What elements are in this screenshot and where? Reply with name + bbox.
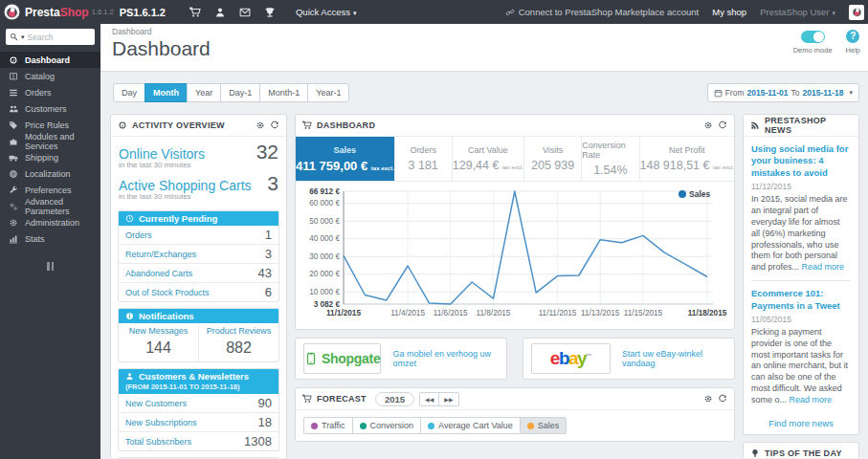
quick-access-menu[interactable]: Quick Access▾ [296,7,357,17]
sidebar-item-administration[interactable]: Administration [0,214,100,230]
kpi-net-profit[interactable]: Net Profit148 918,51 € tax excl. [640,137,734,181]
active-carts-link[interactable]: Active Shopping Carts [119,178,252,193]
user-avatar[interactable] [849,5,864,20]
envelope-icon[interactable] [233,0,257,24]
refresh-icon[interactable] [718,120,727,130]
calendar-icon [714,89,723,98]
notification-cell[interactable]: New Messages144 [119,323,198,361]
sales-chart[interactable]: 3 082 €10 000 €20 000 €30 000 €40 000 €5… [296,182,734,329]
pending-row[interactable]: Abandoned Carts43 [119,263,278,282]
svg-text:20 000 €: 20 000 € [309,270,340,278]
shopgate-phone-icon [304,352,318,365]
range-button-day-1[interactable]: Day-1 [220,83,260,102]
sidebar-item-localization[interactable]: Localization [0,165,100,182]
sidebar-item-orders[interactable]: Orders [0,84,100,100]
ebay-link[interactable]: Start uw eBay-winkel vandaag [622,349,726,368]
chevron-down-icon: ▾ [832,10,835,16]
kpi-conversion-rate[interactable]: Conversion Rate1.54% [582,137,639,181]
previous-year-button[interactable]: ◀◀ [419,392,439,406]
ebay-logo: ebay™ [550,348,591,369]
breadcrumb: Dashboard [112,27,858,36]
range-button-month[interactable]: Month [145,83,188,102]
chevron-down-icon[interactable]: ▾ [21,33,25,41]
pending-row[interactable]: Orders1 [119,226,278,244]
news-article-title[interactable]: Ecommerce 101: Payments in a Tweet [751,288,851,312]
find-more-news-link[interactable]: Find more news [744,410,858,434]
forecast-toggle-conversion[interactable]: Conversion [352,417,422,434]
ebay-banner[interactable]: ebay™ Start uw eBay-winkel vandaag [523,338,735,380]
sidebar-item-shipping[interactable]: Shipping [0,149,100,165]
range-button-year-1[interactable]: Year-1 [307,83,349,102]
shopgate-link[interactable]: Ga mobiel en verhoog uw omzet [392,349,499,368]
news-article-date: 11/05/2015 [751,315,851,324]
sidebar-item-advanced-parameters[interactable]: Advanced Parameters [0,198,100,214]
forecast-toggle-sales[interactable]: Sales [520,417,568,434]
customers-row[interactable]: Total Subscribers1308 [119,431,278,450]
range-button-month-1[interactable]: Month-1 [259,83,308,102]
news-panel-title: PRESTASHOP NEWS [765,116,852,135]
people-icon [9,104,18,114]
topbar: PrestaShop 1.6.1.2 PS1.6.1.2 Quick Acces… [0,0,868,24]
toggle-switch-icon[interactable] [801,31,825,43]
help-icon[interactable]: ? [846,30,859,43]
online-visitors-link[interactable]: Online Visitors [119,146,205,162]
gear-icon[interactable] [256,120,265,130]
sidebar-item-customers[interactable]: Customers [0,100,100,117]
shop-name: PS1.6.1.2 [120,7,166,18]
shopgate-banner[interactable]: Shopgate Ga mobiel en verhoog uw omzet [295,338,507,380]
range-button-day[interactable]: Day [113,83,145,102]
kpi-orders[interactable]: Orders3 181 [395,137,453,181]
chart-icon [9,234,18,244]
refresh-icon[interactable] [718,394,727,404]
page-title: Dashboard [112,37,858,60]
notification-cell[interactable]: Product Reviews882 [198,323,278,361]
gear-icon[interactable] [703,394,713,404]
sidebar-item-preferences[interactable]: Preferences [0,182,100,198]
sidebar-search[interactable]: ▾ [6,29,95,45]
sidebar-item-catalog[interactable]: Catalog [0,68,100,84]
pending-row[interactable]: Return/Exchanges3 [119,244,278,263]
read-more-link[interactable]: Read more [802,262,845,272]
user-menu[interactable]: PrestaShop User▾ [760,7,835,17]
sidebar-collapse-icon[interactable] [0,262,100,271]
next-year-button[interactable]: ▶▶ [438,392,458,406]
date-range-picker[interactable]: From2015-11-01 To2015-11-18 ▾ [707,83,859,102]
tag-icon [9,120,18,130]
sidebar-item-price-rules[interactable]: Price Rules [0,117,100,133]
globe-icon [9,169,18,179]
lightbulb-icon [750,448,760,458]
my-shop-link[interactable]: My shop [712,7,746,17]
forecast-toggle-average-cart-value[interactable]: Average Cart Value [420,417,521,434]
prestashop-logo-icon [4,4,20,20]
activity-panel-title: ACTIVITY OVERVIEW [132,120,225,130]
sidebar-item-stats[interactable]: Stats [0,230,100,247]
gear-icon[interactable] [703,120,713,130]
forecast-toggle-traffic[interactable]: Traffic [303,417,353,434]
read-more-link[interactable]: Read more [790,395,833,404]
kpi-visits[interactable]: Visits205 939 [524,137,582,181]
trophy-icon[interactable] [257,0,282,24]
dashboard-panel-title: DASHBOARD [317,120,375,130]
online-visitors-sub: in the last 30 minutes [119,161,278,169]
marketplace-link[interactable]: Connect to PrestaShop Marketplace accoun… [505,7,700,17]
customers-row[interactable]: New Subscriptions18 [119,412,278,431]
kpi-cart-value[interactable]: Cart Value129,44 € tax excl. [453,137,524,181]
customers-row[interactable]: New Customers90 [119,394,278,412]
clock-icon [125,214,134,223]
cart-icon[interactable] [183,0,208,24]
sidebar-item-dashboard[interactable]: Dashboard [0,52,100,68]
sidebar-item-modules-and-services[interactable]: Modules and Services [0,133,100,149]
help-button[interactable]: ?Help [846,29,860,55]
pending-row[interactable]: Out of Stock Products6 [119,282,278,301]
search-input[interactable] [28,33,83,42]
brand-wordmark: PrestaShop [25,6,89,19]
news-article-title[interactable]: Using social media for your business: 4 … [751,143,851,179]
refresh-icon[interactable] [270,120,279,130]
kpi-sales[interactable]: Sales411 759,00 € tax excl. [296,137,395,181]
person-icon[interactable] [208,0,233,24]
demo-mode-toggle[interactable]: Demo mode [793,29,833,55]
range-button-year[interactable]: Year [187,83,221,102]
svg-text:11/11/2015: 11/11/2015 [539,309,577,317]
series-dot-icon [527,423,534,429]
news-panel: PRESTASHOP NEWS Using social media for y… [743,114,859,435]
